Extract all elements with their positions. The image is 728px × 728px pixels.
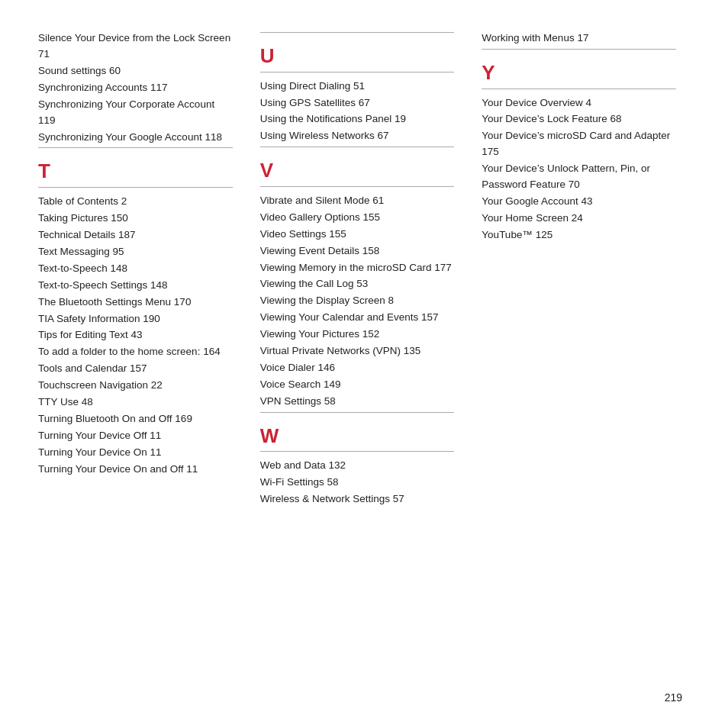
section-letter: T (38, 160, 233, 182)
index-entry: Tips for Editing Text 43 (38, 327, 233, 343)
section-divider (482, 49, 676, 50)
index-entry: Viewing Memory in the microSD Card 177 (260, 260, 455, 276)
page-number: 219 (665, 691, 682, 704)
index-entry: Table of Contents 2 (38, 194, 233, 210)
index-entry: Your Home Screen 24 (482, 211, 676, 227)
section-divider (260, 72, 455, 72)
index-entry: Video Settings 155 (260, 227, 455, 243)
section-letter: W (260, 425, 455, 447)
section-divider (260, 32, 455, 33)
section-divider (260, 451, 455, 452)
index-entry: Your Device’s Unlock Pattern, Pin, or Pa… (482, 161, 676, 193)
index-entry: Turning Your Device On and Off 11 (38, 462, 233, 478)
index-entry: TTY Use 48 (38, 395, 233, 411)
index-entry: Using the Notifications Panel 19 (260, 111, 455, 127)
index-entry: YouTube™ 125 (482, 227, 676, 243)
index-entry: Sound settings 60 (38, 63, 233, 79)
index-entry: Text-to-Speech Settings 148 (38, 278, 233, 294)
index-entry: Voice Dialer 146 (260, 360, 455, 376)
index-entry: Technical Details 187 (38, 227, 233, 243)
section-letter: V (260, 159, 455, 182)
section-letter: Y (482, 62, 676, 84)
index-entry: Text Messaging 95 (38, 244, 233, 260)
index-entry: Wireless & Network Settings 57 (260, 491, 455, 507)
column-3: Working with Menus 17YYour Device Overvi… (468, 31, 690, 697)
section-divider (38, 187, 233, 188)
index-entry: Video Gallery Options 155 (260, 210, 455, 226)
index-entry: Your Device’s microSD Card and Adapter 1… (482, 128, 676, 160)
index-entry: Synchronizing Accounts 117 (38, 80, 233, 96)
section-divider (38, 147, 233, 148)
section-divider (260, 412, 455, 413)
index-entry: Working with Menus 17 (482, 31, 676, 47)
index-entry: Viewing Your Calendar and Events 157 (260, 310, 455, 326)
index-entry: Synchronizing Your Corporate Account 119 (38, 97, 233, 129)
section-divider (482, 89, 676, 89)
page: Silence Your Device from the Lock Screen… (0, 0, 728, 728)
index-entry: Vibrate and Silent Mode 61 (260, 193, 455, 209)
index-entry: To add a folder to the home screen: 164 (38, 344, 233, 360)
index-entry: Your Device’s Lock Feature 68 (482, 111, 676, 127)
column-2: UUsing Direct Dialing 51Using GPS Satell… (246, 31, 469, 697)
index-entry: Turning Your Device On 11 (38, 445, 233, 461)
index-entry: VPN Settings 58 (260, 394, 455, 410)
index-entry: Your Device Overview 4 (482, 95, 676, 111)
section-letter: U (260, 45, 455, 67)
index-entry: Using Direct Dialing 51 (260, 79, 455, 95)
index-entry: Silence Your Device from the Lock Screen… (38, 31, 233, 63)
index-entry: Synchronizing Your Google Account 118 (38, 130, 233, 146)
column-1: Silence Your Device from the Lock Screen… (38, 31, 246, 697)
index-entry: Tools and Calendar 157 (38, 361, 233, 377)
index-entry: Web and Data 132 (260, 458, 455, 474)
index-entry: Using Wireless Networks 67 (260, 128, 455, 144)
index-entry: TIA Safety Information 190 (38, 311, 233, 327)
index-entry: Wi-Fi Settings 58 (260, 475, 455, 491)
index-entry: Using GPS Satellites 67 (260, 95, 455, 111)
index-entry: The Bluetooth Settings Menu 170 (38, 295, 233, 311)
index-entry: Text-to-Speech 148 (38, 261, 233, 277)
index-entry: Turning Your Device Off 11 (38, 428, 233, 444)
section-divider (260, 186, 455, 187)
index-entry: Your Google Account 43 (482, 194, 676, 210)
index-entry: Viewing Event Details 158 (260, 243, 455, 259)
index-entry: Viewing the Display Screen 8 (260, 293, 455, 309)
section-divider (260, 147, 455, 147)
index-entry: Viewing the Call Log 53 (260, 276, 455, 292)
index-entry: Turning Bluetooth On and Off 169 (38, 411, 233, 427)
index-entry: Voice Search 149 (260, 377, 455, 393)
index-entry: Virtual Private Networks (VPN) 135 (260, 343, 455, 359)
index-entry: Taking Pictures 150 (38, 211, 233, 227)
index-entry: Touchscreen Navigation 22 (38, 378, 233, 394)
index-entry: Viewing Your Pictures 152 (260, 327, 455, 343)
